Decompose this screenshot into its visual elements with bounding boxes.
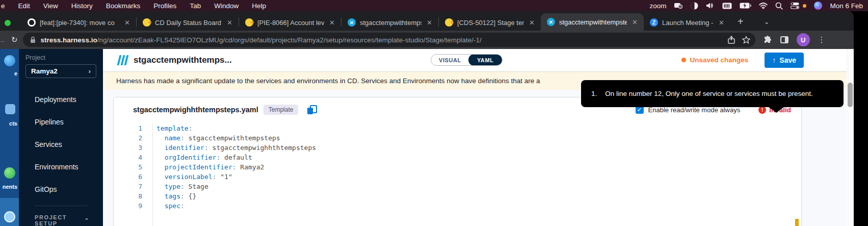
copy-icon[interactable] — [307, 105, 315, 114]
reload-button[interactable]: ↻ — [11, 35, 18, 44]
tab-close-icon[interactable]: ✕ — [426, 19, 433, 27]
sidebar-item-environments[interactable]: Environments — [19, 158, 103, 176]
zoom-menu-label[interactable]: zoom — [649, 2, 666, 10]
line-number: 9 — [114, 201, 142, 211]
scrollbar-thumb[interactable] — [848, 83, 853, 107]
sidebar-item-services[interactable]: Services — [19, 135, 103, 154]
share-icon[interactable] — [728, 36, 735, 44]
menu-view[interactable]: View — [43, 2, 58, 10]
line-number: 1 — [114, 123, 142, 133]
menubar-status-area: zoom — [649, 0, 868, 11]
wifi-icon[interactable] — [759, 0, 768, 11]
save-button[interactable]: ↑ Save — [765, 53, 804, 68]
active-module-highlight[interactable] — [0, 198, 19, 226]
banner-text: Harness has made a significant update to… — [116, 77, 540, 85]
tab-close-icon[interactable]: ✕ — [123, 19, 131, 27]
tab-close-icon[interactable]: ✕ — [528, 19, 536, 27]
tab-title: CD Daily Status Board - Ag — [155, 19, 222, 27]
tab-title: [feat]:[pie-7340]: move co — [40, 19, 119, 27]
page-body: stgacctempwighhthtempsteps.yaml Template… — [103, 90, 847, 226]
page-scrollbar[interactable] — [847, 49, 854, 226]
menu-edit[interactable]: Edit — [18, 2, 30, 10]
projects-module-icon[interactable] — [5, 104, 15, 114]
deployments-module-icon[interactable] — [4, 167, 15, 179]
tab-title: [PIE-8066] Account level t — [257, 19, 324, 27]
extensions-puzzle-icon[interactable] — [764, 36, 772, 44]
tab-zoom-meeting[interactable]: Launch Meeting - Zoom ✕ — [644, 14, 730, 31]
visual-yaml-toggle: VISUAL YAML — [431, 54, 503, 66]
sidebar-section-project-setup[interactable]: PROJECT SETUP ⌃ — [19, 206, 103, 226]
address-bar[interactable]: stress.harness.io/ng/account/zEaak-FLS42… — [23, 33, 755, 47]
menu-history[interactable]: History — [71, 2, 93, 10]
circle-notch-icon[interactable] — [691, 0, 698, 11]
harness-favicon — [348, 18, 356, 27]
bookmark-star-icon[interactable] — [742, 36, 750, 44]
tooltip-arrow — [768, 107, 784, 113]
rail-label-fragment[interactable]: nents — [3, 184, 17, 190]
new-tab-button[interactable]: + — [730, 16, 751, 31]
sidebar-item-pipelines[interactable]: Pipelines — [19, 113, 103, 131]
tab-close-icon[interactable]: ✕ — [226, 19, 233, 27]
tab-harness-template-1[interactable]: stgacctempwithtempsteps ✕ — [341, 14, 438, 31]
control-center-icon[interactable] — [791, 0, 799, 11]
tooltip-index: 1. — [591, 90, 597, 97]
menu-help[interactable]: Help — [252, 2, 266, 10]
siri-icon[interactable] — [814, 2, 822, 10]
toggle-yaml[interactable]: YAML — [468, 54, 503, 66]
yaml-editor[interactable]: 1template: 2 name: stgacctempwithtempste… — [114, 122, 801, 211]
profile-avatar[interactable]: U — [797, 33, 810, 46]
browser-menu-kebab-icon[interactable]: ⋮ — [818, 35, 826, 44]
tab-title: Launch Meeting - Zoom — [662, 19, 714, 27]
tab-search-chevron-icon[interactable]: ⌄ — [764, 18, 770, 31]
project-name: Ramya2 — [31, 67, 58, 75]
code-line: 2 name: stgacctempwithtempsteps — [114, 133, 801, 143]
menubar-clock[interactable]: Mon 6 Feb — [830, 2, 863, 10]
keyboard-icon[interactable] — [722, 0, 732, 11]
notification-dot — [803, 4, 806, 8]
module-planet-icon — [4, 211, 15, 222]
tab-title: stgacctempwithtempsteps — [360, 19, 422, 27]
unsaved-label: Unsaved changes — [690, 56, 749, 64]
menu-bookmarks[interactable]: Bookmarks — [106, 2, 141, 10]
forward-button-fragment[interactable]: → — [0, 36, 4, 44]
home-module-icon[interactable] — [4, 55, 15, 66]
traffic-light-green[interactable] — [5, 20, 11, 26]
tab-close-icon[interactable]: ✕ — [631, 18, 639, 26]
tab-title: [CDS-50122] Stage templa — [457, 19, 524, 27]
menu-items: e Edit View History Bookmarks Profiles T… — [0, 2, 266, 10]
github-favicon — [28, 18, 36, 27]
tab-github-pr[interactable]: [feat]:[pie-7340]: move co ✕ — [21, 14, 136, 31]
url-host: stress.harness.io — [41, 36, 97, 44]
jira-favicon — [445, 18, 453, 27]
rail-label-fragment[interactable]: e — [14, 70, 17, 77]
app-alert-icon[interactable] — [674, 0, 683, 11]
tab-title: stgacctempwithtempsteps — [559, 18, 627, 26]
toggle-visual[interactable]: VISUAL — [431, 57, 469, 63]
volume-icon[interactable] — [706, 0, 715, 11]
tooltip-text: On line number 12, Only one of service o… — [605, 90, 812, 97]
menu-tab[interactable]: Tab — [190, 2, 201, 10]
yaml-filename: stgacctempwighhthtempsteps.yaml — [133, 106, 258, 114]
section-label: PROJECT SETUP — [35, 214, 84, 226]
lock-icon[interactable] — [30, 36, 36, 43]
menu-file-fragment[interactable]: e — [1, 2, 5, 10]
rail-label-fragment[interactable]: cts — [9, 120, 17, 127]
tab-cd-daily-status[interactable]: CD Daily Status Board - Ag ✕ — [137, 14, 239, 31]
template-badge: Template — [264, 105, 299, 115]
line-number: 3 — [114, 143, 142, 153]
tab-close-icon[interactable]: ✕ — [718, 19, 725, 27]
tab-harness-template-active[interactable]: stgacctempwithtempsteps ✕ — [541, 13, 644, 31]
tab-cds-50122[interactable]: [CDS-50122] Stage templa ✕ — [439, 14, 541, 31]
line-number: 7 — [114, 182, 142, 191]
code-line: 9 spec: — [114, 201, 801, 211]
battery-charging-icon[interactable] — [740, 0, 751, 11]
sidebar-item-deployments[interactable]: Deployments — [19, 90, 103, 109]
sidebar-item-gitops[interactable]: GitOps — [19, 180, 103, 198]
tab-pie-8066[interactable]: [PIE-8066] Account level t ✕ — [239, 14, 341, 31]
side-panel-icon[interactable] — [780, 36, 788, 43]
tab-close-icon[interactable]: ✕ — [328, 19, 336, 27]
menu-profiles[interactable]: Profiles — [153, 2, 176, 10]
menu-window[interactable]: Window — [214, 2, 239, 10]
search-icon[interactable] — [775, 0, 783, 11]
project-selector[interactable]: Ramya2 › — [25, 64, 96, 78]
